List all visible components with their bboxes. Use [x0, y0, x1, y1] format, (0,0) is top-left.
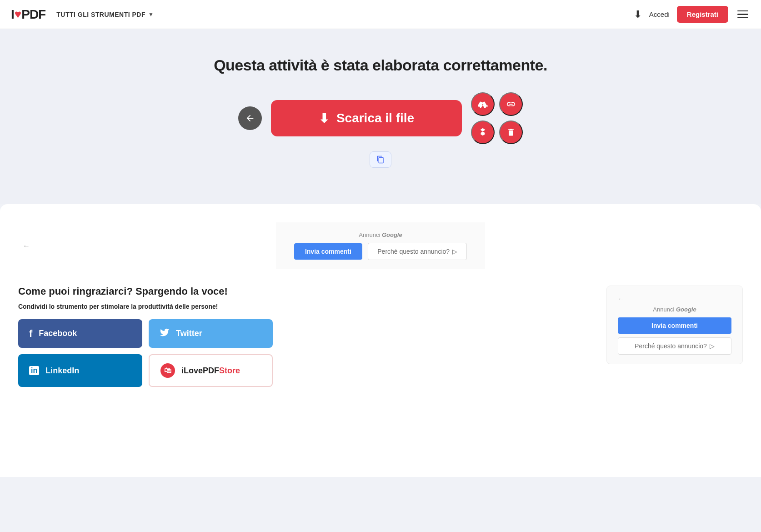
copy-link-row [370, 151, 391, 168]
twitter-share-button[interactable]: Twitter [149, 319, 273, 348]
linkedin-label: LinkedIn [45, 366, 79, 376]
google-drive-icon [477, 99, 488, 110]
google-drive-button[interactable] [471, 92, 495, 116]
link-icon [506, 99, 516, 109]
copy-link-button[interactable] [499, 92, 523, 116]
right-ad-send-button[interactable]: Invia commenti [618, 317, 731, 334]
right-ad-why-icon: ▷ [710, 342, 715, 350]
share-title: Come puoi ringraziarci? Spargendo la voc… [18, 286, 588, 297]
header-right: ⬇ Accedi Registrati [634, 6, 750, 23]
download-button[interactable]: ⬇ Scarica il file [271, 100, 462, 136]
copy-icon [376, 156, 385, 164]
trash-icon [506, 128, 516, 137]
ad-top-why-button[interactable]: Perché questo annuncio? ▷ [368, 243, 467, 260]
share-buttons-grid: f Facebook Twitter in LinkedIn [18, 319, 273, 387]
back-button[interactable] [238, 106, 262, 130]
right-ad-back-nav[interactable]: ← [618, 295, 731, 302]
linkedin-icon: in [29, 366, 39, 375]
ad-top-header: Annunci Google [294, 231, 467, 238]
dropbox-button[interactable] [471, 120, 495, 144]
content-wrapper: Come puoi ringraziarci? Spargendo la voc… [18, 286, 743, 387]
login-button[interactable]: Accedi [649, 10, 670, 18]
right-ad-why-button[interactable]: Perché questo annuncio? ▷ [618, 337, 731, 355]
hero-title: Questa attività è stata elaborata corret… [214, 56, 547, 74]
facebook-share-button[interactable]: f Facebook [18, 319, 142, 348]
share-subtitle: Condividi lo strumento per stimolare la … [18, 303, 588, 310]
arrow-left-icon [245, 113, 255, 123]
ad-top-actions: Invia commenti Perché questo annuncio? ▷ [294, 243, 467, 260]
ilovepdf-store-icon: 🛍 [160, 363, 175, 378]
logo-heart-icon: ♥ [15, 7, 21, 21]
chevron-down-icon: ▼ [148, 11, 154, 18]
hero-section: Questa attività è stata elaborata corret… [0, 29, 761, 204]
logo-pdf: PDF [21, 7, 45, 22]
download-icon: ⬇ [319, 111, 329, 126]
delete-button[interactable] [499, 120, 523, 144]
top-ad-container: ← Annunci Google Invia commenti Perché q… [18, 222, 743, 269]
hamburger-menu-button[interactable] [736, 9, 750, 20]
logo[interactable]: I ♥ PDF [11, 7, 45, 22]
share-icon-group [471, 92, 523, 144]
ad-back-nav[interactable]: ← [23, 242, 30, 250]
register-button[interactable]: Registrati [677, 6, 728, 23]
main-content: ← Annunci Google Invia commenti Perché q… [0, 204, 761, 477]
header: I ♥ PDF TUTTI GLI STRUMENTI PDF ▼ ⬇ Acce… [0, 0, 761, 29]
action-row: ⬇ Scarica il file [238, 92, 523, 144]
logo-i: I [11, 7, 14, 22]
facebook-label: Facebook [39, 329, 77, 338]
ilovepdf-store-button[interactable]: 🛍 iLovePDFStore [149, 354, 273, 387]
download-button-label: Scarica il file [336, 111, 414, 125]
copy-link-small-button[interactable] [370, 151, 391, 168]
top-ad-box: Annunci Google Invia commenti Perché que… [276, 222, 485, 269]
ilovepdf-store-label: iLovePDFStore [181, 366, 240, 376]
ad-top-annunci-label: Annunci [359, 231, 380, 238]
right-ad-header: Annunci Google [618, 306, 731, 313]
left-column: Come puoi ringraziarci? Spargendo la voc… [18, 286, 588, 387]
right-column: ← Annunci Google Invia commenti Perché q… [606, 286, 743, 387]
twitter-icon [160, 327, 170, 340]
ad-top-send-button[interactable]: Invia commenti [294, 243, 362, 260]
nav-tools-button[interactable]: TUTTI GLI STRUMENTI PDF ▼ [56, 11, 154, 18]
desktop-download-icon[interactable]: ⬇ [634, 9, 642, 20]
ad-top-google-label: Google [382, 231, 402, 238]
twitter-label: Twitter [176, 329, 202, 338]
facebook-icon: f [29, 328, 32, 340]
ad-top-why-icon: ▷ [452, 248, 457, 255]
right-ad-box: ← Annunci Google Invia commenti Perché q… [606, 286, 743, 364]
linkedin-share-button[interactable]: in LinkedIn [18, 354, 142, 387]
dropbox-icon [478, 127, 488, 137]
nav-tools-label: TUTTI GLI STRUMENTI PDF [56, 11, 145, 18]
header-left: I ♥ PDF TUTTI GLI STRUMENTI PDF ▼ [11, 7, 154, 22]
